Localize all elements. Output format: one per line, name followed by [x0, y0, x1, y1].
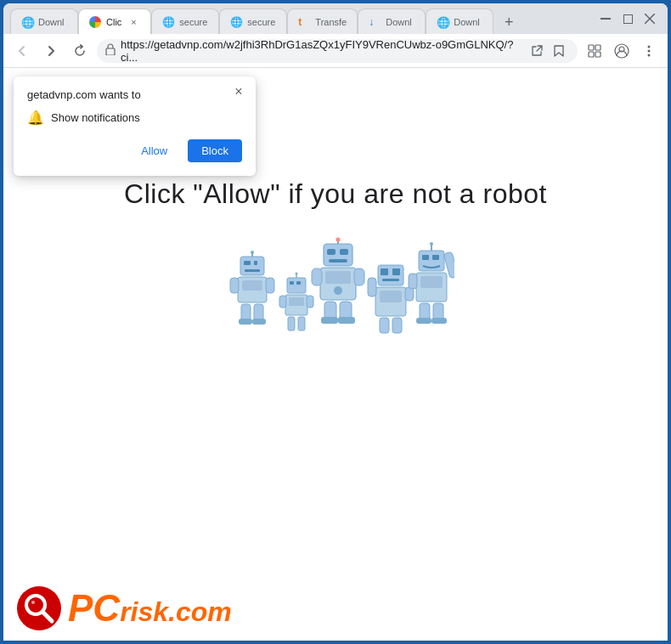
tab-3-favicon: 🌐 — [162, 16, 174, 28]
svg-point-47 — [334, 286, 342, 295]
svg-rect-52 — [321, 317, 338, 324]
svg-point-12 — [648, 49, 651, 52]
window-controls — [598, 11, 661, 26]
tab-secure-4[interactable]: 🌐 secure — [219, 8, 287, 34]
tab-transfer[interactable]: t Transfe — [287, 8, 358, 34]
tab-6-favicon: ↓ — [369, 16, 381, 28]
main-heading: Click "Allow" if you are not a robot — [3, 178, 668, 210]
tab-4-title: secure — [247, 17, 276, 27]
tab-2-close[interactable]: × — [127, 15, 140, 29]
robots-svg — [217, 235, 454, 354]
popup-title: getadvnp.com wants to — [27, 88, 242, 101]
svg-rect-59 — [380, 291, 402, 302]
tab-clic-active[interactable]: Clic × — [78, 8, 151, 34]
pcrisk-logo: PCrisk.com — [17, 586, 232, 630]
close-button[interactable] — [642, 11, 657, 26]
risk-text: risk.com — [120, 596, 232, 627]
svg-rect-60 — [368, 278, 376, 297]
svg-rect-34 — [289, 297, 304, 306]
svg-point-11 — [648, 45, 651, 48]
share-icon[interactable] — [527, 41, 547, 61]
svg-rect-63 — [392, 318, 402, 333]
pcrisk-magnifier — [22, 591, 56, 625]
page-content: × getadvnp.com wants to 🔔 Show notificat… — [3, 68, 668, 641]
svg-rect-70 — [420, 276, 443, 288]
pcrisk-text: PCrisk.com — [68, 590, 232, 627]
svg-point-41 — [336, 238, 341, 242]
svg-point-66 — [430, 242, 433, 246]
allow-button[interactable]: Allow — [127, 139, 181, 162]
forward-button[interactable] — [39, 39, 63, 63]
url-actions — [527, 41, 569, 61]
svg-rect-28 — [287, 278, 306, 293]
tab-secure-3[interactable]: 🌐 secure — [151, 8, 219, 34]
popup-notification-row: 🔔 Show notifications — [27, 110, 242, 126]
bookmark-icon[interactable] — [549, 41, 569, 61]
svg-rect-8 — [595, 52, 601, 57]
popup-notification-text: Show notifications — [51, 111, 140, 124]
svg-line-80 — [42, 612, 52, 621]
tab-6-title: Downl — [386, 17, 414, 27]
grid-icon[interactable] — [583, 39, 606, 63]
svg-rect-5 — [589, 45, 594, 50]
svg-rect-23 — [266, 278, 274, 293]
svg-rect-7 — [589, 52, 594, 57]
pc-text: PC — [68, 587, 120, 629]
svg-rect-31 — [290, 281, 294, 285]
title-bar: 🌐 Downl Clic × 🌐 secure 🌐 secure t — [3, 3, 668, 34]
tab-downl-7[interactable]: 🌐 Downl — [426, 8, 493, 34]
svg-rect-53 — [338, 317, 355, 324]
svg-rect-39 — [324, 244, 352, 266]
svg-point-79 — [31, 601, 35, 604]
svg-rect-6 — [595, 45, 601, 50]
svg-rect-68 — [432, 255, 439, 260]
lock-icon — [105, 43, 116, 58]
tab-3-title: secure — [179, 17, 208, 27]
back-button[interactable] — [10, 39, 34, 63]
tab-downl-1[interactable]: 🌐 Downl — [10, 8, 78, 34]
minimize-button[interactable] — [598, 11, 613, 26]
svg-rect-38 — [298, 317, 305, 330]
svg-rect-56 — [392, 268, 400, 275]
svg-rect-19 — [245, 269, 260, 272]
svg-rect-32 — [296, 281, 301, 285]
svg-rect-17 — [244, 261, 251, 265]
tab-downl-6[interactable]: ↓ Downl — [358, 8, 426, 34]
svg-rect-0 — [601, 18, 611, 20]
tab-1-title: Downl — [38, 17, 67, 27]
svg-rect-67 — [422, 255, 429, 260]
tab-5-title: Transfe — [315, 17, 347, 27]
svg-rect-18 — [254, 261, 257, 265]
svg-rect-62 — [380, 318, 389, 333]
menu-icon[interactable] — [637, 39, 661, 63]
svg-rect-43 — [340, 249, 348, 255]
url-text: https://getadvnp.com/w2jfhi3RhDrG1asZQx1… — [121, 38, 522, 64]
tab-2-title: Clic — [106, 17, 121, 27]
svg-rect-26 — [239, 319, 252, 325]
svg-rect-36 — [307, 296, 313, 308]
url-bar[interactable]: https://getadvnp.com/w2jfhi3RhDrG1asZQx1… — [97, 39, 578, 63]
svg-rect-46 — [325, 271, 351, 284]
svg-point-13 — [648, 54, 651, 56]
svg-rect-27 — [252, 319, 266, 325]
tab-7-favicon: 🌐 — [437, 16, 448, 28]
block-button[interactable]: Block — [188, 139, 242, 162]
svg-rect-71 — [409, 274, 417, 289]
svg-rect-14 — [240, 257, 264, 275]
svg-rect-22 — [230, 278, 239, 293]
browser-window: 🌐 Downl Clic × 🌐 secure 🌐 secure t — [3, 3, 668, 641]
profile-icon[interactable] — [610, 39, 634, 63]
svg-rect-49 — [354, 268, 364, 285]
svg-rect-48 — [312, 268, 322, 285]
svg-rect-21 — [242, 280, 262, 291]
robots-illustration — [3, 235, 668, 354]
new-tab-button[interactable]: + — [497, 10, 521, 34]
svg-rect-55 — [381, 268, 388, 275]
svg-rect-75 — [416, 318, 431, 324]
pcrisk-ball-icon — [17, 586, 61, 630]
notification-popup: × getadvnp.com wants to 🔔 Show notificat… — [14, 76, 256, 176]
maximize-button[interactable] — [620, 11, 635, 26]
reload-button[interactable] — [68, 39, 92, 63]
svg-rect-37 — [288, 317, 295, 330]
popup-close-button[interactable]: × — [230, 83, 247, 100]
